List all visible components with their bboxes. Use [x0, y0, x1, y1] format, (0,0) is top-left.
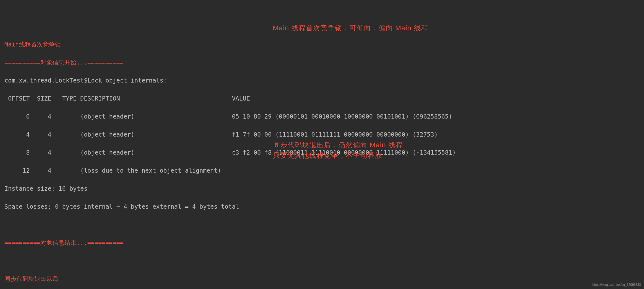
section1-row-0: 0 4 (object header) 05 10 80 29 (0000010…	[4, 112, 640, 121]
annotation-2-line2: 只要无其他线程竞争，不主动释放	[273, 151, 382, 159]
section1-class-line: com.xw.thread.LockTest$Lock object inter…	[4, 76, 640, 85]
blank-line-2	[4, 256, 640, 265]
annotation-2-line1: 同步代码块退出后，仍然偏向 Main 线程	[273, 141, 403, 149]
section1-delimiter-start: ==========对象信息开始...==========	[4, 58, 640, 67]
section2-title: 同步代码块退出以后	[4, 274, 640, 283]
section1-space-losses: Space losses: 0 bytes internal + 4 bytes…	[4, 202, 640, 211]
watermark: https://blog.csdn.net/qq_32099833	[593, 282, 641, 287]
section1-row-3: 12 4 (loss due to the next object alignm…	[4, 166, 640, 175]
section1-row-1: 4 4 (object header) f1 7f 00 00 (1111000…	[4, 130, 640, 139]
annotation-2: 同步代码块退出后，仍然偏向 Main 线程只要无其他线程竞争，不主动释放	[273, 140, 403, 161]
blank-line-1	[4, 220, 640, 229]
section1-instance-size: Instance size: 16 bytes	[4, 184, 640, 193]
section1-header: OFFSET SIZE TYPE DESCRIPTION VALUE	[4, 94, 640, 103]
annotation-1: Main 线程首次竞争锁，可偏向，偏向 Main 线程	[273, 23, 428, 33]
section1-delimiter-end: ==========对象信息结束...==========	[4, 238, 640, 247]
section1-title: Main线程首次竞争锁	[4, 40, 640, 49]
